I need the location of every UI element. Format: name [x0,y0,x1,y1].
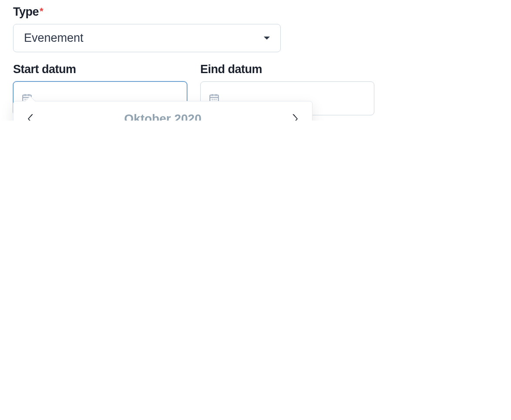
type-select-value: Evenement [24,31,84,45]
chevron-right-icon [292,114,298,121]
datepicker-popover: Oktober 2020 ZMDWDVZ27282930123456789101… [13,101,313,121]
caret-down-icon [264,37,270,40]
chevron-left-icon [28,114,34,121]
type-select[interactable]: Evenement [13,24,281,52]
type-field: Type* Evenement [13,5,498,52]
type-label: Type* [13,5,498,19]
end-date-label: Eind datum [200,63,374,76]
prev-month-button[interactable] [27,113,35,121]
type-label-text: Type [13,5,39,18]
dates-row: Start datum Eind datum [13,63,498,115]
start-date-label: Start datum [13,63,187,76]
datepicker-header: Oktober 2020 [13,101,312,121]
datepicker-month-title[interactable]: Oktober 2020 [124,112,201,121]
next-month-button[interactable] [290,113,299,121]
required-mark: * [40,6,43,17]
